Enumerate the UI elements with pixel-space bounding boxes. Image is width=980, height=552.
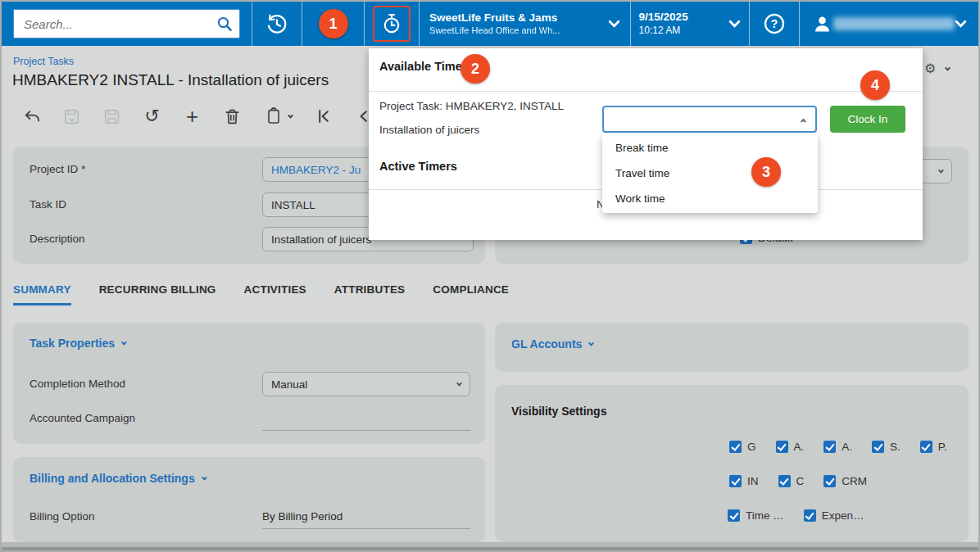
available-timer-heading: Available Timer [379, 60, 466, 73]
billing-section-toggle[interactable]: Billing and Allocation Settings [29, 472, 206, 485]
search-box[interactable] [13, 9, 240, 38]
annotation-badge-4: 4 [860, 70, 890, 100]
add-new-record-button[interactable]: + [172, 102, 212, 131]
visibility-checkbox-ar[interactable] [823, 441, 836, 453]
tab-activities[interactable]: ACTIVITIES [244, 283, 306, 305]
breadcrumb-project-tasks[interactable]: Project Tasks [13, 56, 74, 67]
chevron-down-icon [938, 167, 944, 173]
option-break-time[interactable]: Break time [602, 135, 818, 161]
visibility-checkbox-purchases[interactable] [920, 441, 932, 453]
visibility-label: G [747, 441, 756, 453]
chevron-down-icon [287, 112, 293, 118]
billing-option-label: Billing Option [29, 510, 95, 523]
billing-option-value: By Billing Period [262, 510, 343, 523]
visibility-row-3: Time … Expen… [728, 509, 864, 522]
datetime-selector[interactable]: 9/15/2025 10:12 AM [631, 2, 751, 46]
go-first-record-button[interactable] [303, 102, 343, 131]
search-icon[interactable] [216, 16, 233, 32]
visibility-checkbox-crm[interactable] [823, 475, 836, 487]
visibility-checkbox-ca[interactable] [778, 475, 791, 487]
popup-project-task-line: Project Task: HMBAKERY2, INSTALL [379, 100, 564, 112]
save-button[interactable] [92, 102, 132, 131]
history-clock-icon [265, 11, 289, 36]
active-timers-heading: Active Timers [379, 160, 457, 173]
visibility-checkbox-gl[interactable] [729, 441, 742, 453]
option-travel-time[interactable]: Travel time [602, 161, 818, 186]
company-branch: SweetLife Head Office and Wh... [429, 25, 560, 37]
business-time: 10:12 AM [639, 25, 688, 38]
task-properties-title: Task Properties [29, 337, 115, 350]
gear-icon[interactable]: ⚙ [924, 62, 936, 75]
billing-settings-panel: Billing and Allocation Settings Billing … [13, 457, 485, 542]
option-work-time[interactable]: Work time [602, 186, 818, 211]
annotation-highlight-box [373, 6, 411, 42]
task-properties-panel: Task Properties Completion Method Manual… [13, 323, 485, 444]
recent-history-button[interactable] [252, 2, 302, 46]
annotation-badge-3: 3 [751, 157, 781, 187]
tab-attributes[interactable]: ATTRIBUTES [334, 283, 406, 305]
billing-option-field[interactable]: By Billing Period [262, 504, 470, 529]
timer-type-option-list: Break time Travel time Work time [602, 133, 818, 213]
stopwatch-icon [380, 12, 403, 35]
record-toolbar: ↺ + [11, 102, 383, 131]
billing-section-title: Billing and Allocation Settings [29, 472, 195, 485]
project-id-label: Project ID * [29, 163, 85, 175]
visibility-label: S. [890, 441, 901, 453]
back-button[interactable] [11, 102, 52, 131]
annotation-badge-2: 2 [461, 54, 490, 84]
visibility-label: C [796, 475, 805, 487]
time-tracking-button[interactable] [365, 2, 420, 46]
delete-button[interactable] [212, 102, 252, 131]
annotation-badge-1: 1 [319, 9, 348, 38]
accounted-campaign-field[interactable] [262, 406, 470, 431]
search-input[interactable] [24, 17, 216, 31]
description-value: Installation of juicers [271, 233, 371, 246]
clipboard-menu-button[interactable] [252, 102, 303, 131]
visibility-label: Expen… [822, 509, 864, 522]
chevron-down-icon [588, 340, 594, 346]
task-id-label: Task ID [29, 198, 66, 210]
business-date: 9/15/2025 [639, 10, 688, 25]
chevron-down-icon [728, 20, 741, 28]
user-icon [811, 13, 833, 35]
company-selector[interactable]: SweetLife Fruits & Jams SweetLife Head O… [420, 2, 630, 46]
tab-recurring-billing[interactable]: RECURRING BILLING [99, 283, 216, 305]
visibility-label: A. [842, 441, 852, 453]
chevron-down-icon[interactable] [945, 65, 951, 70]
tab-compliance[interactable]: COMPLIANCE [433, 283, 509, 305]
completion-method-select[interactable]: Manual [262, 372, 470, 396]
visibility-label: A. [794, 441, 805, 453]
tab-summary[interactable]: SUMMARY [13, 283, 71, 305]
visibility-checkbox-sales[interactable] [872, 441, 884, 453]
user-menu[interactable] [800, 2, 978, 46]
gl-accounts-section-toggle[interactable]: GL Accounts [511, 337, 593, 351]
visibility-settings-panel: Visibility Settings G A. A. S. P. IN C C… [495, 385, 969, 542]
page-title: HMBAKERY2 INSTALL - Installation of juic… [12, 71, 329, 89]
svg-text:?: ? [771, 17, 778, 30]
datetime-info: 9/15/2025 10:12 AM [639, 10, 688, 37]
chevron-up-icon [801, 119, 806, 124]
visibility-row-1: G A. A. S. P. [729, 441, 947, 453]
timer-type-dropdown[interactable] [602, 106, 817, 133]
popup-divider [369, 91, 923, 92]
save-and-close-button[interactable] [52, 102, 92, 131]
cancel-undo-button[interactable]: ↺ [132, 102, 172, 131]
visibility-label: P. [938, 441, 947, 453]
visibility-checkbox-ap[interactable] [776, 441, 788, 453]
completion-method-label: Completion Method [29, 378, 125, 390]
search-segment [2, 2, 252, 46]
visibility-checkbox-expenses[interactable] [804, 509, 816, 522]
chevron-down-icon [121, 339, 127, 345]
gl-accounts-title: GL Accounts [511, 337, 582, 351]
project-id-value-link[interactable]: HMBAKERY2 - Ju [271, 164, 361, 176]
clock-in-button[interactable]: Clock In [830, 106, 905, 133]
help-button[interactable]: ? [750, 2, 800, 46]
visibility-checkbox-time[interactable] [728, 509, 740, 522]
visibility-checkbox-inventory[interactable] [729, 475, 742, 487]
task-properties-section-toggle[interactable]: Task Properties [29, 337, 126, 350]
chevron-down-icon [456, 380, 462, 386]
visibility-label: CRM [842, 475, 867, 487]
visibility-label: Time … [746, 509, 784, 522]
step1-segment: 1 [302, 2, 365, 46]
task-id-value: INSTALL [271, 199, 315, 211]
